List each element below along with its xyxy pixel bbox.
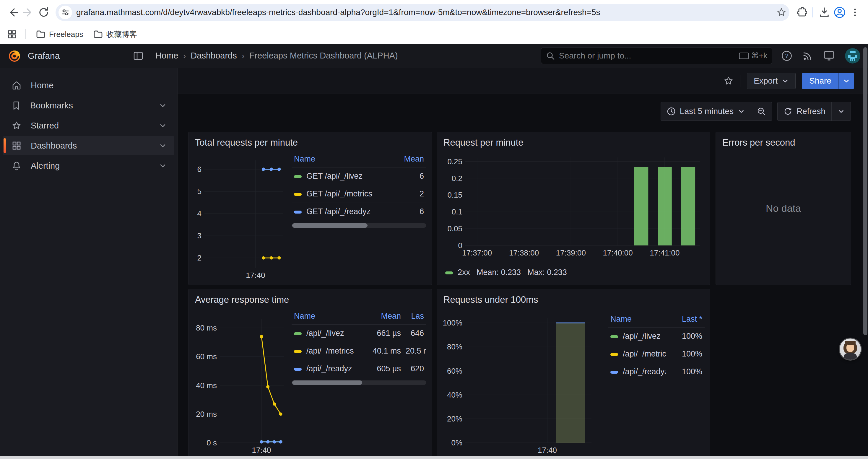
back-arrow-icon bbox=[7, 6, 19, 18]
share-dropdown-button[interactable] bbox=[838, 73, 854, 89]
time-range-label: Last 5 minutes bbox=[680, 107, 734, 116]
svg-text:17:37:00: 17:37:00 bbox=[462, 249, 492, 257]
dashboard-controls: Export Share bbox=[178, 68, 868, 94]
monitor-icon[interactable] bbox=[823, 50, 835, 61]
series-mean: 6 bbox=[391, 167, 426, 185]
series-swatch bbox=[294, 332, 302, 335]
bookmarks-divider bbox=[25, 29, 26, 39]
reload-button[interactable] bbox=[36, 5, 52, 20]
panel-requests-under-100ms: Requests under 100ms 0%20%40%60%80%100%1… bbox=[437, 289, 710, 459]
bookmark-star-icon[interactable] bbox=[776, 7, 786, 18]
help-icon[interactable]: ? bbox=[781, 50, 793, 61]
svg-text:?: ? bbox=[785, 53, 788, 59]
panel-title[interactable]: Requests under 100ms bbox=[443, 294, 705, 305]
controls-divider bbox=[740, 75, 740, 87]
news-rss-icon[interactable] bbox=[802, 51, 813, 61]
series-name: /api/_/livez bbox=[623, 332, 660, 340]
legend-header-name[interactable]: Name bbox=[291, 309, 359, 325]
total-requests-chart[interactable]: 2345617:40 bbox=[194, 152, 287, 282]
bookmark-label: Freeleaps bbox=[49, 30, 83, 39]
request-per-minute-chart[interactable]: 00.050.10.150.20.2517:37:0017:38:0017:39… bbox=[442, 152, 705, 266]
profile-icon bbox=[833, 6, 846, 19]
sidebar-item-dashboards[interactable]: Dashboards bbox=[3, 136, 174, 155]
zoom-out-icon bbox=[757, 107, 766, 116]
chevron-down-icon bbox=[738, 108, 745, 115]
panel-errors-per-second: Errors per second No data bbox=[716, 132, 851, 285]
sidebar-item-home[interactable]: Home bbox=[3, 76, 174, 95]
extensions-button[interactable] bbox=[794, 5, 809, 20]
series-swatch bbox=[610, 371, 618, 374]
panel-title[interactable]: Total requests per minute bbox=[195, 137, 426, 148]
svg-text:60 ms: 60 ms bbox=[196, 352, 217, 361]
series-last: 620 bbox=[403, 360, 426, 378]
series-swatch bbox=[294, 210, 302, 214]
forward-button[interactable] bbox=[21, 5, 36, 20]
url-text[interactable]: grafana.mathmast.com/d/deytv4rwavabkb/fr… bbox=[76, 8, 776, 17]
brand-name: Grafana bbox=[28, 51, 60, 61]
refresh-label: Refresh bbox=[797, 107, 826, 116]
bookmark-folder-blogs[interactable]: 收藏博客 bbox=[90, 28, 141, 41]
browser-menu-button[interactable] bbox=[847, 5, 863, 20]
no-data-message: No data bbox=[721, 152, 845, 264]
svg-text:4: 4 bbox=[197, 209, 202, 218]
chevron-down-icon bbox=[838, 108, 845, 115]
window-bottom-edge bbox=[0, 456, 868, 459]
zoom-out-button[interactable] bbox=[751, 102, 772, 121]
legend-header-mean[interactable]: Mean bbox=[359, 309, 403, 325]
back-button[interactable] bbox=[5, 5, 21, 20]
legend-header-mean[interactable]: Mean bbox=[391, 152, 426, 167]
svg-text:6: 6 bbox=[197, 165, 202, 174]
export-button[interactable]: Export bbox=[747, 73, 796, 89]
average-response-time-chart[interactable]: 0 s20 ms40 ms60 ms80 ms17:40 bbox=[194, 309, 287, 457]
favorite-star-icon[interactable] bbox=[723, 76, 734, 86]
sidebar-toggle-button[interactable] bbox=[133, 51, 144, 61]
sidebar-item-label: Dashboards bbox=[31, 141, 150, 151]
bookmark-folder-freeleaps[interactable]: Freeleaps bbox=[32, 28, 87, 41]
refresh-button[interactable]: Refresh bbox=[778, 102, 831, 121]
page-scrollbar[interactable] bbox=[863, 47, 867, 335]
breadcrumb-dashboards[interactable]: Dashboards bbox=[191, 51, 237, 61]
requests-under-100ms-chart[interactable]: 0%20%40%60%80%100%17:40 bbox=[442, 309, 603, 457]
series-mean: 2 bbox=[391, 185, 426, 203]
breadcrumb-home[interactable]: Home bbox=[155, 51, 178, 61]
legend-header-last[interactable]: Las bbox=[403, 309, 426, 325]
legend-header-name[interactable]: Name bbox=[608, 312, 666, 328]
bookmark-icon bbox=[12, 101, 21, 110]
share-button[interactable]: Share bbox=[802, 73, 838, 89]
sidebar-item-starred[interactable]: Starred bbox=[3, 116, 174, 135]
panel-title[interactable]: Request per minute bbox=[443, 137, 705, 148]
series-name: GET /api/_/livez bbox=[306, 172, 363, 181]
address-bar[interactable]: grafana.mathmast.com/d/deytv4rwavabkb/fr… bbox=[56, 4, 789, 21]
svg-text:0.2: 0.2 bbox=[452, 174, 462, 183]
breadcrumb-current: Freeleaps Metrics Dashboard (ALPHA) bbox=[249, 51, 398, 61]
svg-text:0 s: 0 s bbox=[207, 438, 217, 447]
svg-text:17:40: 17:40 bbox=[252, 446, 271, 455]
refresh-interval-dropdown[interactable] bbox=[832, 102, 850, 121]
puzzle-icon bbox=[796, 7, 807, 18]
legend-scrollbar[interactable] bbox=[291, 223, 426, 228]
legend-scrollbar[interactable] bbox=[291, 381, 426, 385]
apps-grid-button[interactable] bbox=[5, 28, 19, 41]
svg-text:80%: 80% bbox=[447, 342, 462, 351]
legend-header-last[interactable]: Last * bbox=[666, 312, 705, 328]
time-range-picker[interactable]: Last 5 minutes bbox=[661, 102, 751, 121]
series-swatch bbox=[294, 350, 302, 353]
assistant-avatar-button[interactable] bbox=[840, 338, 861, 360]
avatar-fringe bbox=[845, 341, 856, 345]
series-swatch bbox=[610, 335, 618, 338]
search-input[interactable]: Search or jump to... ⌘+k bbox=[541, 47, 772, 64]
sidebar-item-bookmarks[interactable]: Bookmarks bbox=[3, 96, 174, 115]
legend-header-name[interactable]: Name bbox=[291, 152, 391, 167]
site-info-button[interactable] bbox=[59, 6, 72, 19]
series-name: /api/_/readyz bbox=[623, 367, 666, 376]
downloads-button[interactable] bbox=[816, 5, 832, 20]
user-avatar-button[interactable] bbox=[845, 48, 860, 64]
profile-button[interactable] bbox=[832, 5, 847, 20]
series-last: 100% bbox=[666, 328, 705, 345]
grafana-logo[interactable] bbox=[8, 49, 21, 63]
panel-title[interactable]: Errors per second bbox=[722, 137, 845, 148]
panel-title[interactable]: Average response time bbox=[195, 294, 426, 305]
sidebar-item-alerting[interactable]: Alerting bbox=[3, 156, 174, 175]
series-mean: 6 bbox=[391, 203, 426, 221]
header-icons: ? bbox=[781, 48, 860, 64]
